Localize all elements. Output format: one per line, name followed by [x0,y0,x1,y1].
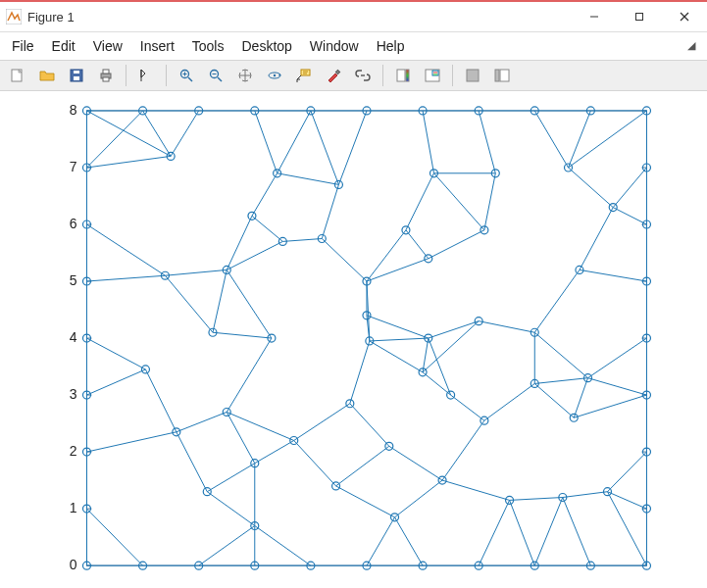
show-plot-tools-button[interactable] [488,63,516,88]
mesh-edge [255,525,311,565]
mesh-edge [86,156,171,168]
zoom-out-button[interactable] [202,63,229,88]
mesh-edge [336,486,395,517]
mesh-edge [213,332,272,338]
mesh-edge [442,420,484,480]
menu-edit[interactable]: Edit [44,36,83,56]
menu-help[interactable]: Help [369,36,413,56]
mesh-edge [350,341,370,404]
toolbar-separator [382,65,383,86]
mesh-edge [406,230,429,259]
mesh-edge [534,111,568,168]
open-file-button[interactable] [33,63,61,88]
mesh-edge [86,509,142,565]
mesh-edge [227,412,255,463]
toolbar-separator [166,65,167,86]
svg-rect-22 [301,70,310,75]
mesh-edge [199,525,255,565]
mesh-edge [207,492,255,526]
mesh-edge [574,378,587,418]
mesh-edge [479,500,509,565]
mesh-edge [510,500,535,565]
ytick-label: 6 [70,216,77,231]
mesh-edge [86,111,142,168]
toolbar-separator [126,65,126,86]
ytick-label: 2 [70,443,77,459]
mesh-edge [395,480,443,517]
svg-rect-28 [335,70,339,74]
mesh-edge [563,492,608,498]
insert-legend-button[interactable] [419,63,446,88]
data-cursor-button[interactable] [290,63,318,88]
mesh-edge [213,270,227,332]
mesh-edge [86,224,165,275]
mesh-edge [406,173,434,230]
toolbar [0,60,707,91]
new-figure-button[interactable] [4,63,31,88]
menu-tools[interactable]: Tools [184,36,232,56]
mesh-edge [227,270,272,338]
mesh-edge [86,275,165,281]
plot-svg: 012345678 [0,91,707,588]
mesh-edge [588,338,647,378]
mesh-edge [350,404,389,447]
svg-rect-37 [495,70,499,81]
ytick-label: 7 [70,159,77,174]
minimize-button[interactable] [572,2,617,31]
zoom-in-button[interactable] [173,63,200,88]
mesh-edge [338,111,367,184]
svg-rect-36 [467,70,479,81]
insert-colorbar-button[interactable] [389,63,417,88]
mesh-edge [395,517,424,565]
mesh-edge [207,464,255,492]
menu-view[interactable]: View [85,36,130,56]
mesh-edge [294,404,350,441]
mesh-edge [370,341,423,372]
menu-desktop[interactable]: Desktop [233,36,299,56]
mesh-edge [429,230,484,259]
mesh-edge [227,216,252,270]
close-button[interactable] [662,2,707,31]
mesh-edge [451,395,484,420]
mesh-edge [484,173,495,230]
mesh-edge [433,173,483,230]
mesh-edge [86,111,171,156]
mesh-edge [484,383,534,420]
maximize-button[interactable] [617,2,662,31]
matlab-icon [6,9,22,24]
ytick-label: 5 [70,272,77,288]
save-button[interactable] [63,63,90,88]
mesh-edge [534,332,587,377]
ytick-label: 8 [70,102,77,118]
axes[interactable]: 012345678 [0,91,707,588]
mesh-edge [177,412,227,431]
menu-insert[interactable]: Insert [132,36,182,56]
svg-rect-38 [500,70,509,81]
title-bar: Figure 1 [0,2,707,32]
mesh-edge [569,111,647,168]
mesh-edge [252,173,278,217]
brush-button[interactable] [320,63,347,88]
svg-rect-31 [406,70,409,81]
hide-plot-tools-button[interactable] [459,63,486,88]
print-button[interactable] [92,63,120,88]
mesh-edge [613,168,646,208]
svg-rect-8 [74,71,79,74]
mesh-edge [311,111,339,184]
mesh-edge [171,111,199,156]
edit-plot-button[interactable] [132,63,160,88]
toolbar-overflow-icon[interactable]: ◢ [687,39,703,52]
mesh-edge [563,497,591,565]
menu-bar: File Edit View Insert Tools Desktop Wind… [0,32,707,60]
pan-button[interactable] [231,63,259,88]
menu-window[interactable]: Window [302,36,367,56]
rotate-3d-button[interactable] [261,63,288,88]
menu-file[interactable]: File [4,36,42,56]
mesh-edge [86,369,145,395]
svg-rect-10 [103,70,109,74]
mesh-edge [510,497,563,500]
mesh-edge [580,270,647,281]
ytick-label: 1 [70,500,77,515]
link-button[interactable] [349,63,377,88]
ytick-label: 4 [70,329,77,345]
